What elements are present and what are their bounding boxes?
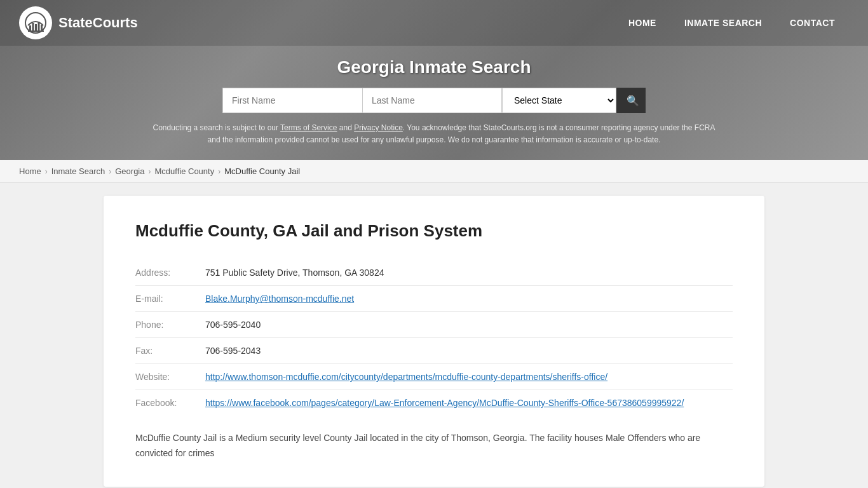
facility-description: McDuffie County Jail is a Medium securit… <box>135 431 733 461</box>
svg-rect-2 <box>32 23 34 30</box>
facebook-label: Facebook: <box>135 390 205 416</box>
breadcrumb-state[interactable]: Georgia <box>115 166 144 176</box>
website-label: Website: <box>135 364 205 390</box>
fax-value: 706-595-2043 <box>205 338 733 364</box>
navigation: StateCourts HOME INMATE SEARCH CONTACT <box>0 0 868 46</box>
nav-links: HOME INMATE SEARCH CONTACT <box>614 11 849 34</box>
table-row-address: Address: 751 Public Safety Drive, Thomso… <box>135 260 733 286</box>
table-row-email: E-mail: Blake.Murphy@thomson-mcduffie.ne… <box>135 286 733 312</box>
logo-link[interactable]: StateCourts <box>19 6 138 39</box>
nav-inmate-search[interactable]: INMATE SEARCH <box>670 11 776 34</box>
svg-rect-3 <box>35 24 37 30</box>
main-content: Mcduffie County, GA Jail and Prison Syst… <box>85 183 783 488</box>
email-label: E-mail: <box>135 286 205 312</box>
site-name: StateCourts <box>58 15 138 31</box>
website-link[interactable]: http://www.thomson-mcduffie.com/citycoun… <box>205 372 607 382</box>
facebook-link[interactable]: https://www.facebook.com/pages/category/… <box>205 398 684 408</box>
logo-icon <box>19 6 52 39</box>
svg-rect-6 <box>28 30 44 32</box>
svg-rect-4 <box>38 22 40 30</box>
table-row-phone: Phone: 706-595-2040 <box>135 312 733 338</box>
table-row-facebook: Facebook: https://www.facebook.com/pages… <box>135 390 733 416</box>
first-name-input[interactable] <box>222 88 362 113</box>
terms-link[interactable]: Terms of Service <box>280 123 337 132</box>
content-card: Mcduffie County, GA Jail and Prison Syst… <box>104 196 764 487</box>
search-form: Select StateAlabamaAlaskaArizonaArkansas… <box>13 88 855 113</box>
breadcrumb-sep-2: › <box>109 167 111 176</box>
phone-label: Phone: <box>135 312 205 338</box>
facility-heading: Mcduffie County, GA Jail and Prison Syst… <box>135 221 733 241</box>
email-link[interactable]: Blake.Murphy@thomson-mcduffie.net <box>205 294 354 304</box>
table-row-fax: Fax: 706-595-2043 <box>135 338 733 364</box>
state-select[interactable]: Select StateAlabamaAlaskaArizonaArkansas… <box>502 88 616 113</box>
breadcrumb-sep-4: › <box>218 167 220 176</box>
phone-value: 706-595-2040 <box>205 312 733 338</box>
email-value: Blake.Murphy@thomson-mcduffie.net <box>205 286 733 312</box>
disclaimer-text: Conducting a search is subject to our Te… <box>148 122 720 146</box>
website-value: http://www.thomson-mcduffie.com/citycoun… <box>205 364 733 390</box>
privacy-link[interactable]: Privacy Notice <box>354 123 403 132</box>
address-value: 751 Public Safety Drive, Thomson, GA 308… <box>205 260 733 286</box>
search-icon: 🔍 <box>627 95 639 106</box>
breadcrumb-county[interactable]: Mcduffie County <box>154 166 214 176</box>
svg-rect-5 <box>41 25 43 30</box>
breadcrumb-home[interactable]: Home <box>19 166 41 176</box>
svg-rect-1 <box>29 25 31 30</box>
fax-label: Fax: <box>135 338 205 364</box>
nav-home[interactable]: HOME <box>614 11 670 34</box>
address-label: Address: <box>135 260 205 286</box>
hero-title: Georgia Inmate Search <box>13 57 855 78</box>
breadcrumb: Home › Inmate Search › Georgia › Mcduffi… <box>0 160 868 183</box>
breadcrumb-sep-3: › <box>148 167 151 176</box>
table-row-website: Website: http://www.thomson-mcduffie.com… <box>135 364 733 390</box>
nav-contact[interactable]: CONTACT <box>776 11 849 34</box>
facebook-value: https://www.facebook.com/pages/category/… <box>205 390 733 416</box>
breadcrumb-inmate-search[interactable]: Inmate Search <box>51 166 105 176</box>
breadcrumb-current: McDuffie County Jail <box>224 166 300 176</box>
hero-section: Georgia Inmate Search Select StateAlabam… <box>0 46 868 160</box>
last-name-input[interactable] <box>362 88 502 113</box>
breadcrumb-sep-1: › <box>45 167 48 176</box>
search-button[interactable]: 🔍 <box>616 88 646 113</box>
facility-info-table: Address: 751 Public Safety Drive, Thomso… <box>135 260 733 416</box>
